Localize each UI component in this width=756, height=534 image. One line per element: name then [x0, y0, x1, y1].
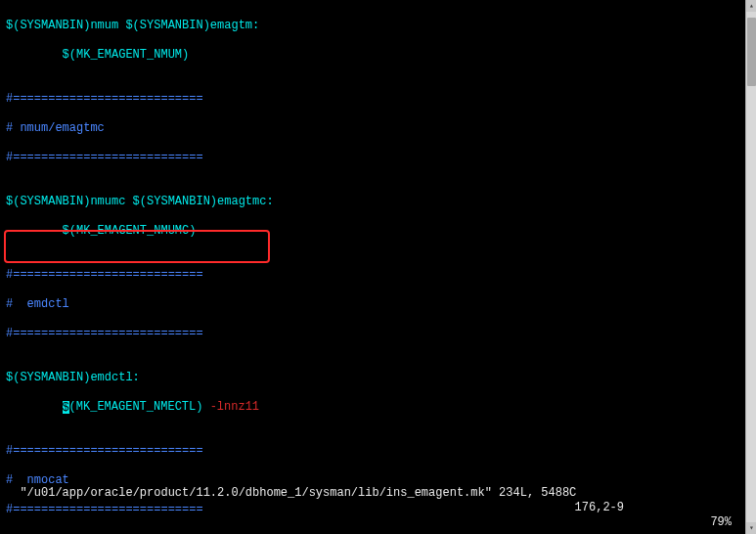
comment-line: # emdctl	[6, 297, 739, 312]
vertical-scrollbar[interactable]: ▴ ▾	[745, 0, 756, 534]
code-line: $(MK_EMAGENT_NMUMC)	[6, 224, 739, 239]
comment-line: #===========================	[6, 444, 739, 459]
comment-line: #===========================	[6, 268, 739, 283]
status-scroll-pct: 79%	[710, 515, 732, 530]
scroll-up-arrow-icon[interactable]: ▴	[746, 0, 756, 12]
vim-status-bar: "/u01/app/oracle/product/11.2.0/dbhome_1…	[6, 471, 741, 530]
status-cursor-pos: 176,2-9	[575, 501, 624, 515]
comment-line: #===========================	[6, 92, 739, 107]
cursor: $	[63, 401, 69, 414]
scrollbar-thumb[interactable]	[747, 18, 756, 86]
code-line-highlighted: $(MK_EMAGENT_NMECTL) -lnnz11	[6, 400, 739, 415]
code-line: $(MK_EMAGENT_NMUM)	[6, 48, 739, 63]
comment-line: #===========================	[6, 151, 739, 165]
status-file: "/u01/app/oracle/product/11.2.0/dbhome_1…	[20, 486, 576, 500]
terminal-viewport[interactable]: $(SYSMANBIN)nmum $(SYSMANBIN)emagtm: $(M…	[0, 0, 745, 534]
comment-line: #===========================	[6, 327, 739, 341]
code-line: $(SYSMANBIN)emdctl:	[6, 371, 739, 385]
scroll-down-arrow-icon[interactable]: ▾	[746, 522, 756, 534]
comment-line: # nmum/emagtmc	[6, 121, 739, 136]
code-line: $(SYSMANBIN)nmumc $(SYSMANBIN)emagtmc:	[6, 195, 739, 209]
code-line: $(SYSMANBIN)nmum $(SYSMANBIN)emagtm:	[6, 19, 739, 33]
